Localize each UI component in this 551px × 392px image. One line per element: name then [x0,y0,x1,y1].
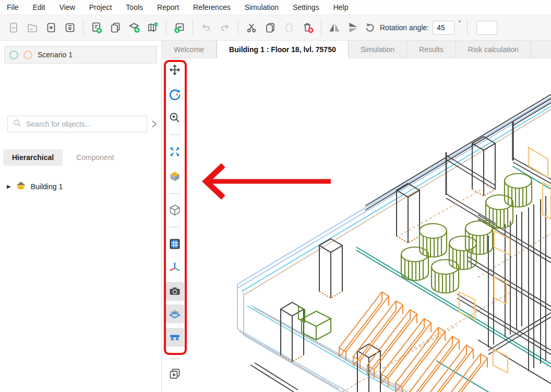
save-project-button[interactable] [61,18,79,37]
toolbar-separator [321,20,321,35]
close-project-button[interactable] [42,18,61,37]
shaded-view-button[interactable] [165,167,184,186]
import-image-button[interactable] [170,18,189,37]
search-expand-chevron[interactable] [147,116,161,132]
view-toolbar-separator [170,227,180,227]
wall-wireframe [250,94,551,392]
rotation-group: Rotation angle: ° [365,21,461,35]
tab-risk-calculation[interactable]: Risk calculation [456,41,531,58]
tab-component[interactable]: Component [71,149,119,166]
menu-view[interactable]: View [59,3,75,11]
menu-bar: File Edit View Project Tools Report Refe… [0,0,551,15]
menu-tools[interactable]: Tools [126,3,143,11]
show-on-map-button[interactable] [143,18,162,37]
toolbar-separator [166,20,166,35]
add-floor-button[interactable] [125,18,143,37]
mirror-horizontal-button[interactable] [325,18,344,37]
left-panel: Scenario 1 Hierarchical Component ▶ [0,41,162,392]
tab-simulation[interactable]: Simulation [349,41,407,58]
add-scenario-button[interactable] [87,18,106,37]
search-input[interactable] [26,120,142,128]
cut-button[interactable] [242,18,261,37]
tab-building-floor[interactable]: Building 1 : Floor 18, lvl. 75750 [217,41,349,58]
rotation-angle-input[interactable] [433,21,454,35]
tab-welcome[interactable]: Welcome [162,41,217,58]
search-box [7,116,147,132]
zoom-fit-button[interactable] [165,142,184,161]
3d-viewport[interactable] [162,58,551,392]
toolbar-separator [238,20,238,35]
tab-results[interactable]: Results [407,41,456,58]
toolbar-separator [83,20,83,35]
layers-button[interactable] [165,304,184,323]
copy-button[interactable] [261,18,280,37]
view-toolbar-separator [170,359,180,359]
delete-button[interactable] [298,18,317,37]
application-window: File Edit View Project Tools Report Refe… [0,0,551,392]
pan-button[interactable] [165,60,184,79]
tab-hierarchical[interactable]: Hierarchical [3,149,63,166]
menu-report[interactable]: Report [157,3,179,11]
rotate-icon [365,21,376,34]
main-toolbar: Rotation angle: ° [0,15,551,41]
paste-button[interactable] [280,18,298,37]
wireframe-view-button[interactable] [165,201,184,219]
view-toolbar-separator [170,193,180,194]
menu-edit[interactable]: Edit [33,3,45,11]
scenario-status-teal-circle [9,51,18,59]
camera-button[interactable] [165,282,184,301]
scenario-label: Scenario 1 [38,51,73,59]
scenario-status-orange-circle [23,51,32,59]
toolbar-separator [193,20,193,35]
menu-settings[interactable]: Settings [293,3,319,11]
tree-item-label[interactable]: Building 1 [31,182,63,191]
tree-item-building[interactable]: ▶ Building 1 [7,180,63,192]
axes-button[interactable] [165,258,184,277]
grid-button[interactable] [165,235,184,253]
view-toolbar [162,58,188,392]
new-document-button[interactable] [4,18,23,37]
house-icon [16,180,26,192]
furniture-button[interactable] [165,328,184,347]
undo-button[interactable] [197,18,215,37]
redo-button[interactable] [215,18,234,37]
object-view-tabs: Hierarchical Component [3,149,119,166]
menu-help[interactable]: Help [333,3,349,11]
menu-simulation[interactable]: Simulation [245,3,279,11]
menu-project[interactable]: Project [89,3,112,11]
mirror-vertical-button[interactable] [344,18,363,37]
tree-expander-icon[interactable]: ▶ [7,183,11,189]
menu-references[interactable]: References [193,3,231,11]
degree-symbol: ° [458,19,461,27]
rotation-angle-label: Rotation angle: [380,23,429,32]
menu-file[interactable]: File [7,3,19,11]
search-icon [13,118,22,130]
floor-slab-outline [237,97,551,392]
secondary-angle-input[interactable] [476,21,497,35]
document-tab-bar: Welcome Building 1 : Floor 18, lvl. 7575… [162,41,551,58]
toolbar-separator [467,20,468,35]
copy-scenario-button[interactable] [106,18,125,37]
open-project-button[interactable] [23,18,42,37]
model-view[interactable] [186,58,551,392]
zoom-in-button[interactable] [165,108,184,127]
orbit-button[interactable] [165,85,184,104]
view-toolbar-separator [170,134,180,135]
presentation-button[interactable] [165,364,184,383]
scenario-item[interactable]: Scenario 1 [4,46,157,64]
